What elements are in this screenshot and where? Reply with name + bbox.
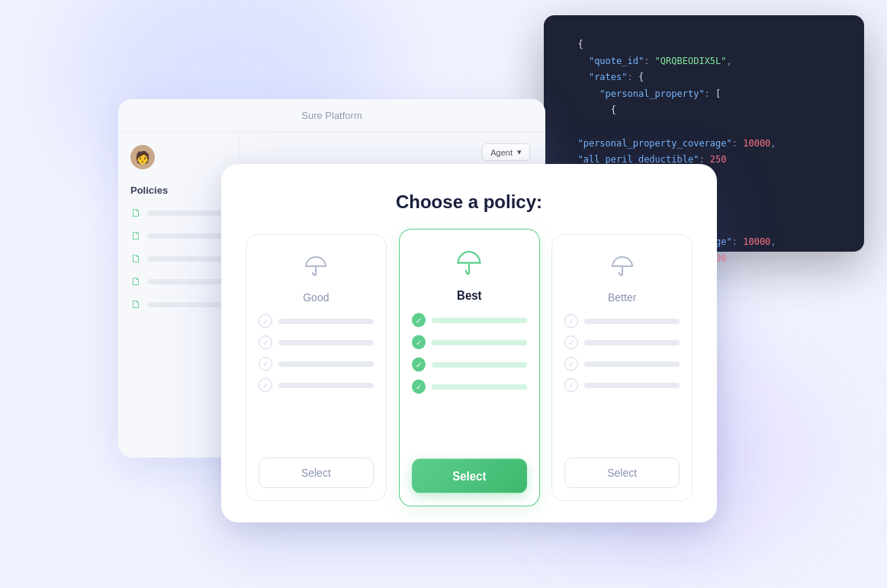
check-icon-green: ✓ [412, 335, 426, 349]
document-icon: 🗋 [130, 275, 141, 288]
plans-container: Good ✓ ✓ ✓ ✓ Select [246, 234, 693, 501]
policy-line [147, 210, 227, 216]
avatar: 🧑 [130, 145, 155, 169]
select-button-better[interactable]: Select [564, 458, 680, 488]
list-item[interactable]: 🗋 [130, 207, 227, 219]
agent-dropdown[interactable]: Agent ▾ [482, 143, 530, 161]
feature-bar [278, 361, 374, 367]
feature-row: ✓ [259, 336, 374, 349]
policy-line [147, 256, 227, 262]
feature-bar [584, 319, 680, 324]
feature-row: ✓ [564, 336, 680, 349]
platform-title: Sure Platform [301, 110, 362, 121]
feature-row: ✓ [412, 380, 527, 394]
document-icon: 🗋 [130, 230, 141, 242]
feature-row: ✓ [259, 314, 374, 328]
check-icon: ✓ [564, 378, 578, 392]
plan-name-best: Best [457, 288, 482, 302]
chevron-down-icon: ▾ [517, 147, 522, 157]
policy-line [147, 233, 227, 239]
feature-bar [432, 317, 527, 323]
umbrella-icon-good [299, 250, 333, 284]
agent-label: Agent [490, 148, 513, 157]
check-icon: ✓ [259, 336, 272, 349]
list-item[interactable]: 🗋 [130, 298, 227, 310]
feature-row: ✓ [412, 335, 527, 349]
policy-modal: Choose a policy: Good ✓ ✓ [221, 164, 717, 522]
modal-title: Choose a policy: [396, 191, 542, 213]
document-icon: 🗋 [130, 207, 141, 219]
feature-bar [584, 383, 680, 388]
plan-name-better: Better [608, 291, 636, 304]
list-item[interactable]: 🗋 [130, 275, 227, 288]
check-icon: ✓ [564, 336, 578, 349]
check-icon-green: ✓ [412, 380, 426, 394]
feature-bar [278, 340, 374, 345]
check-icon: ✓ [564, 357, 578, 371]
umbrella-icon-better [606, 250, 639, 284]
feature-bar [584, 361, 680, 367]
check-icon: ✓ [259, 314, 272, 328]
list-item[interactable]: 🗋 [130, 230, 227, 242]
policy-line [147, 302, 227, 307]
select-button-best[interactable]: Select [412, 459, 527, 493]
check-icon-green: ✓ [412, 357, 426, 371]
feature-row: ✓ [564, 378, 680, 392]
feature-bar [432, 361, 527, 367]
select-button-good[interactable]: Select [259, 458, 374, 488]
plan-name-good: Good [303, 291, 329, 304]
platform-header: Sure Platform Agent ▾ [118, 99, 545, 133]
feature-row: ✓ [564, 314, 680, 328]
feature-row: ✓ [259, 357, 374, 371]
document-icon: 🗋 [130, 298, 141, 310]
policies-label: Policies [130, 185, 227, 196]
feature-bar [584, 340, 680, 345]
plan-card-better: Better ✓ ✓ ✓ ✓ Select [551, 234, 693, 501]
check-icon-green: ✓ [412, 313, 426, 327]
plan-card-good: Good ✓ ✓ ✓ ✓ Select [246, 234, 387, 501]
list-item[interactable]: 🗋 [130, 252, 227, 265]
features-list-better: ✓ ✓ ✓ ✓ [564, 314, 680, 445]
check-icon: ✓ [564, 314, 578, 328]
feature-row: ✓ [412, 357, 527, 371]
features-list-good: ✓ ✓ ✓ ✓ [259, 314, 374, 445]
feature-bar [432, 384, 527, 389]
check-icon: ✓ [259, 357, 272, 371]
features-list-best: ✓ ✓ ✓ ✓ [412, 313, 527, 446]
feature-bar [278, 383, 374, 388]
policy-line [147, 279, 227, 284]
feature-row: ✓ [259, 378, 374, 392]
umbrella-icon-best [452, 246, 486, 281]
check-icon: ✓ [259, 378, 272, 392]
feature-row: ✓ [564, 357, 680, 371]
feature-bar [278, 319, 374, 324]
plan-card-best: Best ✓ ✓ ✓ ✓ Select [399, 229, 540, 506]
feature-row: ✓ [412, 313, 527, 327]
feature-bar [432, 339, 527, 345]
document-icon: 🗋 [130, 252, 141, 265]
